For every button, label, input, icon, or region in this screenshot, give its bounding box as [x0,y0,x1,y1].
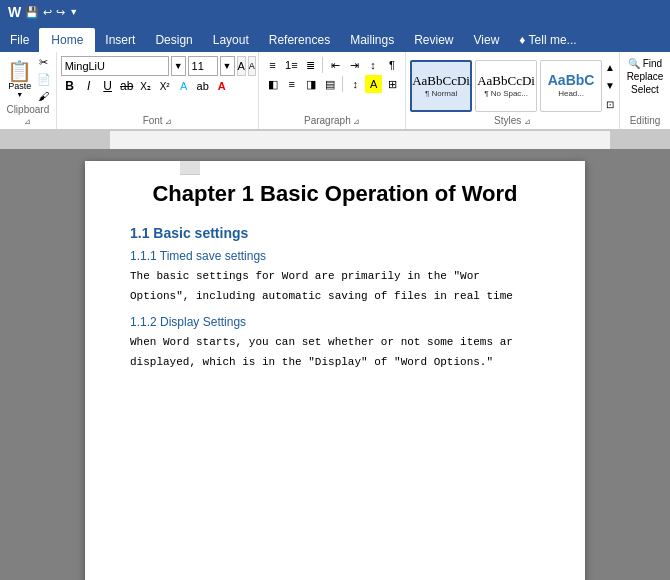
quick-access-undo[interactable]: ↩ [43,6,52,19]
line-spacing-button[interactable]: ↕ [346,75,364,93]
superscript-button[interactable]: X² [156,77,174,95]
editing-group: 🔍 Find Replace Select Editing [620,52,670,129]
section-heading-1-1: 1.1 Basic settings [130,225,540,241]
copy-button[interactable]: 📄 [36,71,52,87]
font-group: ▼ ▼ A A B I U ab X₂ X² A ab A Font ⊿ [57,52,260,129]
style-heading1-label: Head... [558,89,584,98]
tab-references[interactable]: References [259,28,340,52]
format-painter-button[interactable]: 🖌 [36,88,52,104]
tab-file[interactable]: File [0,28,39,52]
style-heading1-preview: AaBbC [548,73,595,87]
styles-scroll-up[interactable]: ▲ [605,62,615,73]
styles-group-label: Styles ⊿ [410,115,615,127]
section-1-1-1-para-2: Options", including automatic saving of … [130,288,540,306]
text-effect-button[interactable]: A [175,77,193,95]
tab-review[interactable]: Review [404,28,463,52]
word-icon: W [8,4,21,20]
strikethrough-button[interactable]: ab [118,77,136,95]
quick-access-save[interactable]: 💾 [25,6,39,19]
chapter-title: Chapter 1 Basic Operation of Word [130,181,540,207]
top-bar: W 💾 ↩ ↪ ▼ [0,0,670,24]
style-no-spacing-preview: AaBbCcDi [477,74,535,87]
section-1-1-2-para-1: When Word starts, you can set whether or… [130,334,540,352]
section-heading-1-1-1: 1.1.1 Timed save settings [130,249,540,263]
borders-button[interactable]: ⊞ [383,75,401,93]
style-no-spacing-label: ¶ No Spac... [484,89,528,98]
section-1-1-2-para-2: displayed, which is in the "Display" of … [130,354,540,372]
styles-more[interactable]: ⊡ [605,99,615,110]
align-right-button[interactable]: ◨ [302,75,320,93]
section-heading-1-1-2: 1.1.2 Display Settings [130,315,540,329]
subscript-button[interactable]: X₂ [137,77,155,95]
decrease-indent-button[interactable]: ⇤ [326,56,344,74]
show-hide-button[interactable]: ¶ [383,56,401,74]
document-page[interactable]: Chapter 1 Basic Operation of Word 1.1 Ba… [85,161,585,580]
ruler [0,131,670,148]
document-area: Chapter 1 Basic Operation of Word 1.1 Ba… [0,149,670,580]
multilevel-list-button[interactable]: ≣ [301,56,319,74]
editing-label: Editing [624,115,666,127]
align-left-button[interactable]: ◧ [263,75,281,93]
tab-insert[interactable]: Insert [95,28,145,52]
replace-button[interactable]: Replace [627,71,664,82]
style-no-spacing[interactable]: AaBbCcDi ¶ No Spac... [475,60,537,112]
clipboard-label: Clipboard ⊿ [4,104,52,127]
style-normal[interactable]: AaBbCcDi ¶ Normal [410,60,472,112]
align-center-button[interactable]: ≡ [283,75,301,93]
quick-access-dropdown[interactable]: ▼ [69,7,78,17]
paragraph-group-label: Paragraph ⊿ [263,115,401,127]
font-name-input[interactable] [61,56,169,76]
font-size-input[interactable] [188,56,218,76]
paste-button[interactable]: 📋 Paste ▼ [4,59,36,100]
tab-layout[interactable]: Layout [203,28,259,52]
tab-design[interactable]: Design [145,28,202,52]
font-grow-button[interactable]: A [237,56,246,76]
style-normal-preview: AaBbCcDi [412,74,470,87]
bold-button[interactable]: B [61,77,79,95]
shading-button[interactable]: A [365,75,381,93]
select-button[interactable]: Select [631,84,659,95]
underline-button[interactable]: U [99,77,117,95]
find-button[interactable]: 🔍 Find [628,58,662,69]
font-shrink-button[interactable]: A [248,56,256,76]
quick-access-redo[interactable]: ↪ [56,6,65,19]
style-normal-label: ¶ Normal [425,89,457,98]
increase-indent-button[interactable]: ⇥ [345,56,363,74]
tab-home[interactable]: Home [39,28,95,52]
numbered-list-button[interactable]: 1≡ [282,56,300,74]
sort-button[interactable]: ↕ [364,56,382,74]
bullet-list-button[interactable]: ≡ [263,56,281,74]
italic-button[interactable]: I [80,77,98,95]
text-highlight-button[interactable]: ab [194,77,212,95]
font-color-button[interactable]: A [213,77,231,95]
clipboard-group: 📋 Paste ▼ ✂ 📄 🖌 Clipboard ⊿ [0,52,57,129]
tab-tell-me[interactable]: ♦ Tell me... [509,28,586,52]
font-group-label: Font ⊿ [61,115,255,127]
section-1-1-1-para-1: The basic settings for Word are primaril… [130,268,540,286]
paragraph-group: ≡ 1≡ ≣ ⇤ ⇥ ↕ ¶ ◧ ≡ ◨ ▤ ↕ A ⊞ Paragraph ⊿ [259,52,406,129]
cut-button[interactable]: ✂ [36,54,52,70]
tab-mailings[interactable]: Mailings [340,28,404,52]
font-name-dropdown[interactable]: ▼ [171,56,186,76]
styles-group: AaBbCcDi ¶ Normal AaBbCcDi ¶ No Spac... … [406,52,620,129]
styles-scroll-down[interactable]: ▼ [605,80,615,91]
justify-button[interactable]: ▤ [321,75,339,93]
tab-view[interactable]: View [464,28,510,52]
style-heading1[interactable]: AaBbC Head... [540,60,602,112]
font-size-dropdown[interactable]: ▼ [220,56,235,76]
